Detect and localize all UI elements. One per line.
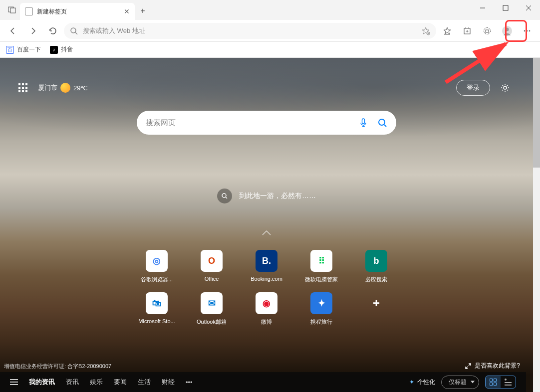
address-placeholder: 搜索或输入 Web 地址 xyxy=(83,26,145,35)
feed-tab[interactable]: 要闻 xyxy=(114,378,127,387)
annotation-highlight-box xyxy=(505,20,527,42)
quicklink-label: Microsoft Sto... xyxy=(138,318,175,324)
quicklink-tile-icon: ✦ xyxy=(310,292,332,314)
extensions-button[interactable] xyxy=(478,22,496,40)
bookmark-favicon-icon: ♪ xyxy=(50,46,58,54)
search-placeholder: 搜索网页 xyxy=(146,118,176,128)
quicklink-tile-icon: ⠿ xyxy=(310,250,332,272)
back-button[interactable] xyxy=(4,22,22,40)
quicklink-tile-icon: b xyxy=(365,250,387,272)
feed-tab[interactable]: 我的资讯 xyxy=(29,378,55,387)
quicklink-tile-icon: O xyxy=(201,250,223,272)
weather-widget[interactable]: 厦门市 29℃ xyxy=(38,83,88,93)
new-tab-button[interactable]: + xyxy=(135,3,151,19)
quicklink-label: 谷歌浏览器... xyxy=(141,276,173,283)
svg-line-7 xyxy=(75,32,77,34)
quicklink-label: Office xyxy=(205,276,219,282)
favorites-button[interactable] xyxy=(438,22,456,40)
titlebar: 新建标签页 ✕ + xyxy=(0,0,540,20)
svg-point-24 xyxy=(504,86,507,89)
weather-temp: 29℃ xyxy=(73,84,88,92)
bg-feedback-text: 是否喜欢此背景? xyxy=(475,362,520,370)
list-view-button[interactable] xyxy=(501,376,516,388)
favorite-star-icon[interactable] xyxy=(421,26,430,35)
feed-tab[interactable]: 生活 xyxy=(138,378,151,387)
collections-button[interactable] xyxy=(458,22,476,40)
new-tab-page: 厦门市 29℃ 登录 搜索网页 到此地一游，必然有…… ◎谷歌浏览器...OOf… xyxy=(0,58,533,392)
feed-menu-button[interactable] xyxy=(10,379,18,385)
forward-button[interactable] xyxy=(24,22,42,40)
quicklink-tile-icon: ◎ xyxy=(146,250,168,272)
tab-favicon-icon xyxy=(25,7,33,15)
quicklink-label: 微博 xyxy=(261,318,272,326)
bg-feedback-link[interactable]: 是否喜欢此背景? xyxy=(465,362,520,370)
svg-point-26 xyxy=(379,119,385,125)
quicklink-item[interactable]: 🛍Microsoft Sto... xyxy=(134,292,180,326)
plus-icon: + xyxy=(365,292,387,314)
grid-view-button[interactable] xyxy=(486,376,501,388)
ntp-search-box[interactable]: 搜索网页 xyxy=(137,111,396,135)
svg-line-27 xyxy=(384,125,386,127)
layout-select[interactable]: 仅标题 xyxy=(441,376,479,389)
sparkle-icon: ✦ xyxy=(409,379,414,386)
browser-tab[interactable]: 新建标签页 ✕ xyxy=(20,3,135,20)
maximize-button[interactable] xyxy=(494,0,517,16)
quicklink-tile-icon: ✉ xyxy=(201,292,223,314)
expand-chevron-icon[interactable] xyxy=(262,230,271,236)
expand-icon xyxy=(465,363,472,370)
quicklink-item[interactable]: b必应搜索 xyxy=(353,250,399,283)
svg-point-6 xyxy=(71,28,76,33)
window-controls xyxy=(471,0,540,16)
scrollbar[interactable] xyxy=(533,58,540,392)
close-window-button[interactable] xyxy=(517,0,540,16)
svg-point-28 xyxy=(222,194,226,197)
tab-actions-button[interactable] xyxy=(4,2,20,18)
personalize-label: 个性化 xyxy=(417,378,435,387)
license-text: 增值电信业务经营许可证: 合字B2-20090007 xyxy=(4,363,111,370)
tagline[interactable]: 到此地一游，必然有…… xyxy=(217,189,316,203)
feed-more-button[interactable]: ••• xyxy=(186,379,193,386)
tab-close-button[interactable]: ✕ xyxy=(124,7,130,15)
bookmark-item[interactable]: 百 百度一下 xyxy=(6,45,41,54)
svg-rect-18 xyxy=(486,30,489,32)
bookmark-favicon-icon: 百 xyxy=(6,46,14,54)
svg-rect-25 xyxy=(362,119,365,124)
quicklink-item[interactable]: B.Booking.com xyxy=(244,250,289,283)
quicklink-item[interactable]: ◉微博 xyxy=(244,292,289,326)
svg-point-23 xyxy=(529,30,531,31)
minimize-button[interactable] xyxy=(471,0,494,16)
feed-tab[interactable]: 资讯 xyxy=(66,378,79,387)
quicklink-add-button[interactable]: + xyxy=(353,292,399,326)
quicklink-label: 携程旅行 xyxy=(310,318,332,326)
address-bar[interactable]: 搜索或输入 Web 地址 xyxy=(64,23,436,39)
svg-line-29 xyxy=(226,197,227,198)
weather-city: 厦门市 xyxy=(38,83,57,92)
apps-launcher-button[interactable] xyxy=(15,80,31,96)
quicklink-tile-icon: B. xyxy=(256,250,277,272)
quicklink-item[interactable]: OOffice xyxy=(189,250,235,283)
bookmark-label: 抖音 xyxy=(61,45,73,54)
search-submit-icon[interactable] xyxy=(377,118,387,128)
refresh-button[interactable] xyxy=(44,22,62,40)
search-icon xyxy=(70,27,78,35)
view-toggle xyxy=(485,376,516,389)
scrollbar-thumb[interactable] xyxy=(533,58,540,168)
tab-title: 新建标签页 xyxy=(37,7,67,16)
quicklink-label: 必应搜索 xyxy=(365,276,387,283)
quicklink-tile-icon: ◉ xyxy=(256,292,277,314)
mic-icon[interactable] xyxy=(358,118,368,128)
feed-tab[interactable]: 财经 xyxy=(162,378,175,387)
quicklink-item[interactable]: ✉Outlook邮箱 xyxy=(189,292,235,326)
bookmark-item[interactable]: ♪ 抖音 xyxy=(50,45,73,54)
tagline-search-icon xyxy=(217,189,232,203)
content-area: 厦门市 29℃ 登录 搜索网页 到此地一游，必然有…… ◎谷歌浏览器...OOf… xyxy=(0,58,540,392)
quicklink-item[interactable]: ✦携程旅行 xyxy=(298,292,344,326)
quicklink-label: Outlook邮箱 xyxy=(197,318,227,326)
quicklink-item[interactable]: ⠿微软电脑管家 xyxy=(298,250,344,283)
quicklink-item[interactable]: ◎谷歌浏览器... xyxy=(134,250,180,283)
tagline-text: 到此地一游，必然有…… xyxy=(239,192,316,200)
feed-tab[interactable]: 娱乐 xyxy=(90,378,103,387)
personalize-button[interactable]: ✦ 个性化 xyxy=(409,378,435,387)
grid-icon xyxy=(18,83,27,92)
quicklink-label: Booking.com xyxy=(251,276,282,282)
